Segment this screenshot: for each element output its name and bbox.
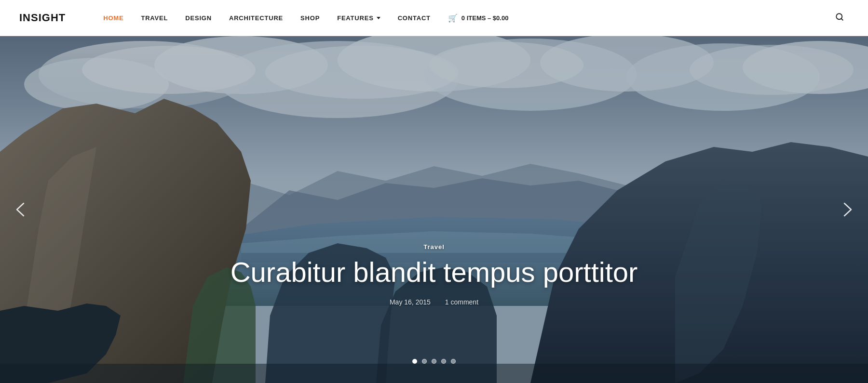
hero-date: May 16, 2015 (390, 298, 431, 306)
slider-dots (0, 359, 868, 364)
slider-next-button[interactable] (837, 199, 858, 220)
cart-icon: 🛒 (448, 13, 458, 23)
hero-meta: May 16, 2015 1 comment (0, 298, 868, 306)
svg-line-1 (841, 18, 842, 20)
nav-item-travel[interactable]: TRAVEL (132, 14, 176, 22)
cart-label: 0 ITEMS – $0.00 (461, 14, 509, 22)
cart-button[interactable]: 🛒 0 ITEMS – $0.00 (439, 13, 517, 23)
chevron-down-icon (377, 17, 380, 19)
hero-overlay (0, 36, 868, 383)
nav-item-features[interactable]: FEATURES (328, 14, 389, 22)
search-button[interactable] (830, 13, 849, 24)
hero-title[interactable]: Curabitur blandit tempus porttitor (0, 256, 868, 289)
hero-category: Travel (0, 243, 868, 251)
hero-comments[interactable]: 1 comment (445, 298, 478, 306)
nav-item-design[interactable]: DESIGN (176, 14, 220, 22)
hero-content: Travel Curabitur blandit tempus porttito… (0, 243, 868, 306)
site-logo[interactable]: INSIGHT (19, 12, 66, 24)
slider-dot-2[interactable] (422, 359, 427, 364)
nav-item-home[interactable]: HOME (95, 14, 132, 22)
slider-dot-5[interactable] (451, 359, 456, 364)
nav-item-contact[interactable]: CONTACT (389, 14, 439, 22)
slider-prev-button[interactable] (10, 199, 31, 220)
nav-item-shop[interactable]: SHOP (292, 14, 328, 22)
header: INSIGHT HOME TRAVEL DESIGN ARCHITECTURE … (0, 0, 868, 36)
slider-dot-3[interactable] (432, 359, 436, 364)
nav-item-architecture[interactable]: ARCHITECTURE (220, 14, 292, 22)
slider-dot-4[interactable] (441, 359, 446, 364)
main-nav: HOME TRAVEL DESIGN ARCHITECTURE SHOP FEA… (95, 13, 849, 24)
hero-slider: Travel Curabitur blandit tempus porttito… (0, 36, 868, 383)
slider-dot-1[interactable] (412, 359, 417, 364)
